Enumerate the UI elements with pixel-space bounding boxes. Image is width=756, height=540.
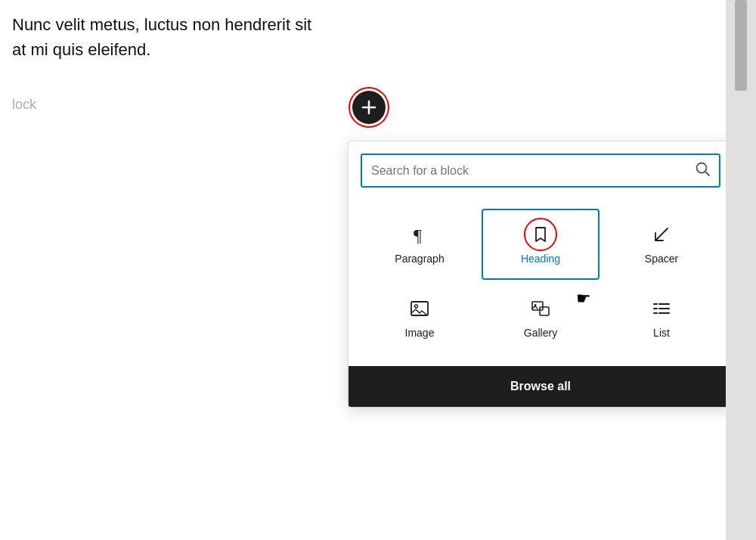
svg-rect-9 (540, 307, 549, 315)
browse-all-button[interactable]: Browse all (349, 366, 733, 407)
heading-label: Heading (521, 253, 560, 265)
editor-content: Nunc velit metus, luctus non hendrerit s… (12, 12, 311, 62)
svg-point-7 (415, 305, 418, 308)
block-item-paragraph[interactable]: ¶ Paragraph (361, 209, 479, 280)
block-grid: ¶ Paragraph Heading (349, 197, 733, 366)
plus-icon (361, 100, 376, 115)
svg-line-5 (655, 228, 668, 241)
content-line-2: at mi quis eleifend. (12, 40, 150, 59)
block-item-heading[interactable]: Heading (482, 209, 600, 280)
heading-icon (530, 224, 551, 245)
add-block-button[interactable] (352, 91, 386, 124)
spacer-label: Spacer (645, 253, 678, 265)
block-item-spacer[interactable]: Spacer (603, 209, 720, 280)
image-icon (409, 298, 430, 319)
block-picker-panel: ¶ Paragraph Heading (348, 141, 733, 408)
search-input[interactable] (371, 164, 689, 178)
paragraph-icon: ¶ (409, 224, 430, 245)
paragraph-label: Paragraph (395, 253, 444, 265)
gallery-label: Gallery (524, 327, 557, 339)
search-icon[interactable] (695, 161, 710, 180)
block-item-image[interactable]: Image (361, 283, 479, 354)
list-label: List (653, 327, 670, 339)
svg-line-3 (705, 172, 709, 175)
editor-area: Nunc velit metus, luctus non hendrerit s… (0, 0, 726, 540)
scrollbar[interactable] (726, 0, 756, 540)
search-input-wrapper (361, 154, 720, 188)
scrollbar-thumb[interactable] (735, 0, 747, 91)
svg-text:¶: ¶ (414, 225, 422, 245)
block-placeholder: lock (12, 97, 36, 113)
spacer-icon (651, 224, 672, 245)
image-label: Image (405, 327, 435, 339)
gallery-icon (530, 298, 551, 319)
block-item-list[interactable]: List (603, 283, 720, 354)
list-icon (651, 298, 672, 319)
content-line-1: Nunc velit metus, luctus non hendrerit s… (12, 15, 311, 34)
block-search-section (349, 141, 733, 197)
block-item-gallery[interactable]: Gallery (482, 283, 600, 354)
